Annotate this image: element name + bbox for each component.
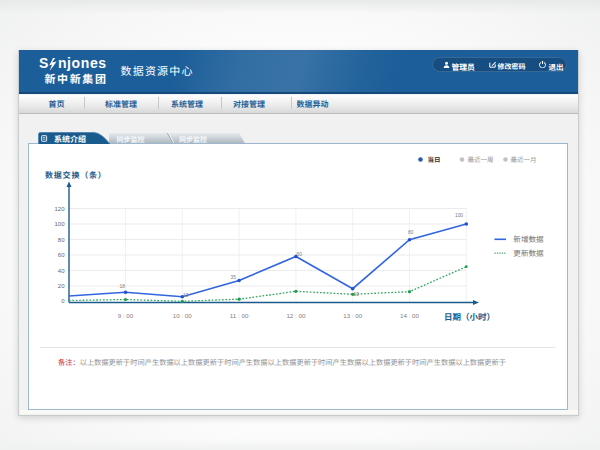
svg-text:10: 10 [354,292,360,297]
svg-text:数据交换（条）: 数据交换（条） [45,171,107,180]
svg-text:100: 100 [455,213,463,218]
svg-text:12 : 00: 12 : 00 [286,312,305,319]
svg-text:日期（小时）: 日期（小时） [444,312,495,322]
svg-text:120: 120 [54,206,65,212]
svg-text:18: 18 [120,284,126,289]
svg-text:13 : 00: 13 : 00 [343,312,362,319]
svg-text:40: 40 [58,268,65,274]
svg-text:新增数据: 新增数据 [513,235,544,244]
svg-text:20: 20 [58,283,65,289]
svg-text:0: 0 [61,298,65,304]
svg-text:备注：以上数据更新于时间产生数据以上数据更新于时间产生数据以: 备注：以上数据更新于时间产生数据以上数据更新于时间产生数据以上数据更新于时间产生… [58,358,506,367]
svg-text:80: 80 [58,237,65,243]
svg-text:9 : 00: 9 : 00 [118,312,134,319]
svg-text:最近一周: 最近一周 [468,156,494,163]
svg-text:10 : 00: 10 : 00 [173,312,192,319]
svg-text:当日: 当日 [428,156,441,163]
svg-text:80: 80 [408,230,414,235]
svg-text:60: 60 [297,252,303,257]
svg-text:35: 35 [231,275,237,280]
svg-text:14 : 00: 14 : 00 [400,312,419,319]
svg-text:60: 60 [58,252,65,258]
svg-text:最近一月: 最近一月 [511,156,537,163]
svg-text:11 : 00: 11 : 00 [230,312,249,319]
svg-text:100: 100 [54,221,65,227]
svg-text:10: 10 [183,293,189,298]
svg-text:更新数据: 更新数据 [513,249,544,258]
